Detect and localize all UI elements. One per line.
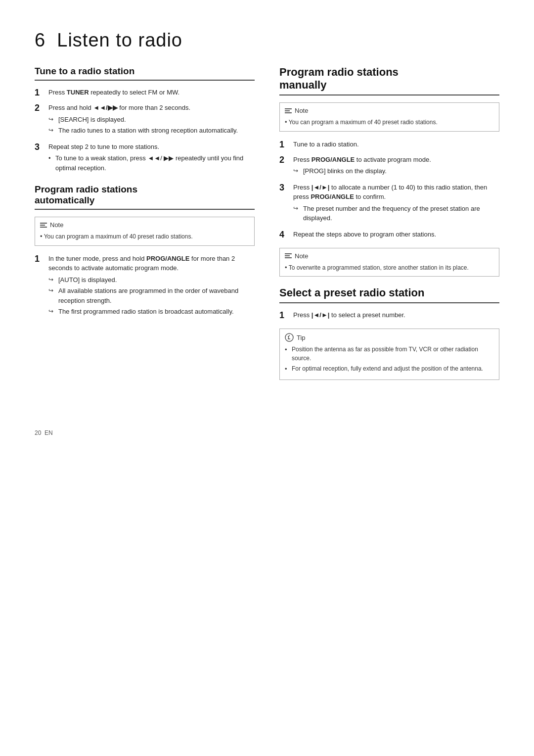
tune-title: Tune to a radio station xyxy=(35,66,255,81)
bullet-item: • To tune to a weak station, press ◄◄/ ▶… xyxy=(48,153,255,173)
select-steps: 1 Press |◄/►| to select a preset number. xyxy=(279,310,499,321)
note-content: You can program a maximum of 40 preset r… xyxy=(289,119,438,126)
sub-item: ↪ [AUTO] is displayed. xyxy=(48,275,255,285)
tip-item: • For optimal reception, fully extend an… xyxy=(285,364,494,374)
select-section: Select a preset radio station 1 Press |◄… xyxy=(279,286,499,380)
sub-item: ↪ The radio tunes to a station with stro… xyxy=(48,126,255,136)
svg-point-0 xyxy=(285,333,293,341)
step-content: Repeat step 2 to tune to more stations. … xyxy=(48,142,255,175)
note-label: Note xyxy=(295,252,308,260)
note-content: To overwrite a programmed station, store… xyxy=(289,264,469,271)
sub-item: ↪ The first programmed radio station is … xyxy=(48,307,255,317)
step-number: 1 xyxy=(35,88,48,98)
chapter-title: 6 Listen to radio xyxy=(35,30,499,51)
tune-step-3: 3 Repeat step 2 to tune to more stations… xyxy=(35,142,255,175)
step-number: 2 xyxy=(279,155,293,165)
step-number: 3 xyxy=(279,183,293,193)
tune-section: Tune to a radio station 1 Press TUNER re… xyxy=(35,66,255,174)
note-text: • You can program a maximum of 40 preset… xyxy=(285,117,494,127)
left-column: Tune to a radio station 1 Press TUNER re… xyxy=(35,66,255,328)
tip-content-1: Position the antenna as far as possible … xyxy=(292,345,494,363)
step-content: In the tuner mode, press and hold PROG/A… xyxy=(48,254,255,318)
arrow-icon: ↪ xyxy=(48,126,57,135)
bullet-icon: • xyxy=(285,264,287,271)
sub-item: ↪ All available stations are programmed … xyxy=(48,286,255,305)
arrow-icon: ↪ xyxy=(48,307,57,316)
manual-step-1: 1 Tune to a radio station. xyxy=(279,140,499,150)
step-number: 1 xyxy=(279,140,293,150)
svg-point-4 xyxy=(289,335,290,336)
sub-item: ↪ The preset number and the frequency of… xyxy=(293,204,499,223)
tune-step-2: 2 Press and hold ◄◄/▶▶ for more than 2 s… xyxy=(35,103,255,137)
auto-title: Program radio stationsautomatically xyxy=(35,184,255,210)
manual-step-2: 2 Press PROG/ANGLE to activate program m… xyxy=(279,155,499,178)
right-column: Program radio stationsmanually Note • Yo… xyxy=(279,66,499,390)
tune-steps: 1 Press TUNER repeatedly to select FM or… xyxy=(35,88,255,174)
auto-step-1: 1 In the tuner mode, press and hold PROG… xyxy=(35,254,255,318)
bullet-icon: • xyxy=(40,233,43,240)
sub-text: [SEARCH] is displayed. xyxy=(58,115,126,125)
tune-step-1: 1 Press TUNER repeatedly to select FM or… xyxy=(35,88,255,98)
step-content: Press |◄/►| to select a preset number. xyxy=(293,310,499,320)
tip-label: Tip xyxy=(297,334,306,341)
auto-steps: 1 In the tuner mode, press and hold PROG… xyxy=(35,254,255,318)
auto-note-box: Note • You can program a maximum of 40 p… xyxy=(35,217,255,246)
tip-box: Tip • Position the antenna as far as pos… xyxy=(279,329,499,380)
note-header: Note xyxy=(285,107,494,114)
step-number: 4 xyxy=(279,230,293,240)
sub-list: ↪ [PROG] blinks on the display. xyxy=(293,166,499,176)
step-content: Press and hold ◄◄/▶▶ for more than 2 sec… xyxy=(48,103,255,137)
sub-list: ↪ [AUTO] is displayed. ↪ All available s… xyxy=(48,275,255,317)
tip-icon xyxy=(285,333,294,342)
sub-text: The preset number and the frequency of t… xyxy=(303,204,499,223)
manual-note2-box: Note • To overwrite a programmed station… xyxy=(279,248,499,277)
note-icon xyxy=(285,253,292,258)
sub-item: ↪ [SEARCH] is displayed. xyxy=(48,115,255,125)
tip-text: • Position the antenna as far as possibl… xyxy=(285,345,494,374)
manual-steps: 1 Tune to a radio station. 2 Press PROG/… xyxy=(279,140,499,240)
note-text: • You can program a maximum of 40 preset… xyxy=(40,232,249,241)
bullet-icon: • xyxy=(285,118,287,126)
manual-step-3: 3 Press |◄/►| to allocate a number (1 to… xyxy=(279,183,499,225)
step-content: Repeat the steps above to program other … xyxy=(293,230,499,239)
two-column-layout: Tune to a radio station 1 Press TUNER re… xyxy=(35,66,499,390)
sub-list: ↪ The preset number and the frequency of… xyxy=(293,204,499,223)
note-icon xyxy=(285,108,292,113)
step-content: Press TUNER repeatedly to select FM or M… xyxy=(48,88,255,97)
tip-header: Tip xyxy=(285,333,494,342)
manual-step-4: 4 Repeat the steps above to program othe… xyxy=(279,230,499,240)
bullet-icon: • xyxy=(48,153,55,163)
sub-text: All available stations are programmed in… xyxy=(58,286,255,305)
page-container: 6 Listen to radio Tune to a radio statio… xyxy=(35,30,499,436)
arrow-icon: ↪ xyxy=(293,204,302,213)
sub-list: ↪ [SEARCH] is displayed. ↪ The radio tun… xyxy=(48,115,255,136)
tip-item: • Position the antenna as far as possibl… xyxy=(285,345,494,363)
sub-text: [AUTO] is displayed. xyxy=(58,275,117,285)
auto-section: Program radio stationsautomatically Note… xyxy=(35,184,255,318)
select-step-1: 1 Press |◄/►| to select a preset number. xyxy=(279,310,499,321)
step-content: Tune to a radio station. xyxy=(293,140,499,149)
bullet-icon: • xyxy=(285,364,292,374)
sub-text: The radio tunes to a station with strong… xyxy=(58,126,238,136)
step-number: 3 xyxy=(35,142,48,152)
note-icon xyxy=(40,223,47,228)
bullet-text: To tune to a weak station, press ◄◄/ ▶▶ … xyxy=(55,153,255,173)
sub-text: [PROG] blinks on the display. xyxy=(303,166,387,176)
select-title: Select a preset radio station xyxy=(279,286,499,303)
note-header: Note xyxy=(40,221,249,229)
manual-title: Program radio stationsmanually xyxy=(279,66,499,95)
step-number: 1 xyxy=(35,254,48,264)
manual-note-box: Note • You can program a maximum of 40 p… xyxy=(279,102,499,132)
note-header: Note xyxy=(285,252,494,260)
step-number: 1 xyxy=(279,310,293,321)
note-label: Note xyxy=(295,107,308,114)
page-number: 20 xyxy=(35,429,41,436)
arrow-icon: ↪ xyxy=(48,286,57,295)
manual-section: Program radio stationsmanually Note • Yo… xyxy=(279,66,499,277)
step-content: Press PROG/ANGLE to activate program mod… xyxy=(293,155,499,178)
arrow-icon: ↪ xyxy=(293,166,302,175)
arrow-icon: ↪ xyxy=(48,115,57,124)
page-lang: EN xyxy=(44,429,53,436)
note-text: • To overwrite a programmed station, sto… xyxy=(285,263,494,273)
arrow-icon: ↪ xyxy=(48,275,57,284)
